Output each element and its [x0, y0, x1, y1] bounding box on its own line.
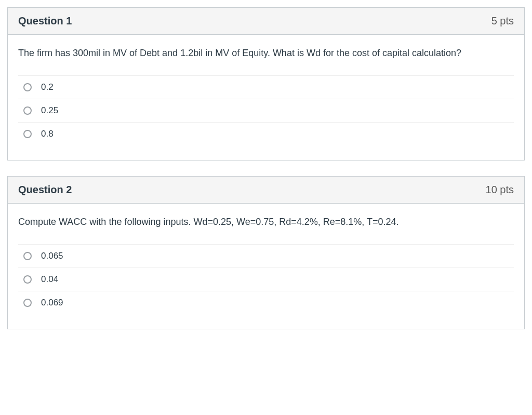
answer-option[interactable]: 0.25: [18, 99, 514, 123]
answer-option[interactable]: 0.2: [18, 76, 514, 99]
question-card: Question 2 10 pts Compute WACC with the …: [7, 176, 525, 329]
answer-option[interactable]: 0.065: [18, 245, 514, 268]
answer-option[interactable]: 0.04: [18, 268, 514, 291]
radio-input[interactable]: [23, 275, 32, 284]
question-text: The firm has 300mil in MV of Debt and 1.…: [18, 46, 514, 61]
question-body: The firm has 300mil in MV of Debt and 1.…: [8, 35, 524, 160]
answer-label: 0.065: [41, 251, 63, 261]
question-header: Question 2 10 pts: [8, 177, 524, 204]
answers-list: 0.065 0.04 0.069: [18, 244, 514, 314]
question-title: Question 2: [18, 184, 72, 196]
question-header: Question 1 5 pts: [8, 8, 524, 35]
radio-input[interactable]: [23, 83, 32, 91]
answer-option[interactable]: 0.069: [18, 291, 514, 314]
question-points: 5 pts: [491, 15, 514, 27]
radio-input[interactable]: [23, 299, 32, 307]
radio-input[interactable]: [23, 252, 32, 260]
answer-label: 0.25: [41, 105, 58, 116]
answer-label: 0.8: [41, 129, 54, 139]
question-body: Compute WACC with the following inputs. …: [8, 204, 524, 329]
answer-label: 0.069: [41, 298, 63, 308]
radio-input[interactable]: [23, 106, 32, 115]
answer-option[interactable]: 0.8: [18, 123, 514, 145]
question-card: Question 1 5 pts The firm has 300mil in …: [7, 7, 525, 160]
answer-label: 0.04: [41, 274, 58, 285]
answer-label: 0.2: [41, 82, 54, 92]
question-points: 10 pts: [486, 184, 514, 196]
question-text: Compute WACC with the following inputs. …: [18, 215, 514, 230]
question-title: Question 1: [18, 15, 72, 27]
radio-input[interactable]: [23, 130, 32, 138]
answers-list: 0.2 0.25 0.8: [18, 75, 514, 145]
